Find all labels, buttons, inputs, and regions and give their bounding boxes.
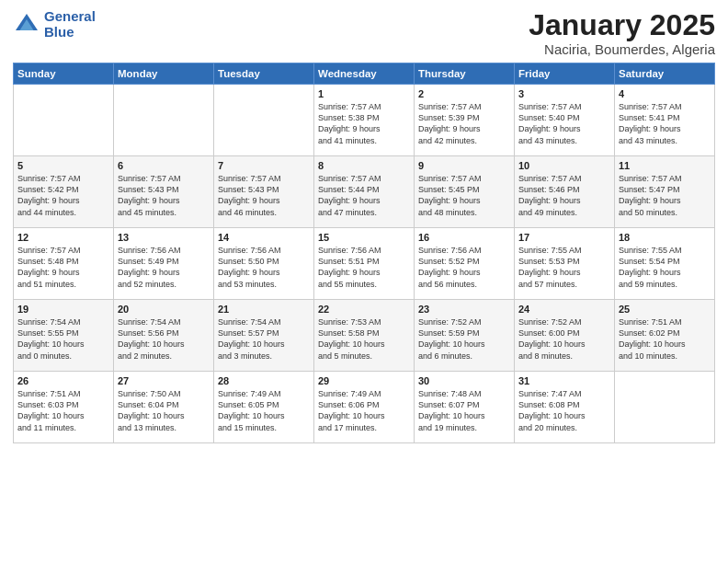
- cell-sun-info: Sunrise: 7:57 AM Sunset: 5:45 PM Dayligh…: [418, 173, 510, 218]
- day-number: 16: [418, 232, 510, 243]
- calendar-cell: 19Sunrise: 7:54 AM Sunset: 5:55 PM Dayli…: [14, 300, 114, 372]
- calendar-cell: 30Sunrise: 7:48 AM Sunset: 6:07 PM Dayli…: [415, 372, 515, 443]
- day-number: 10: [518, 160, 610, 171]
- header-sunday: Sunday: [14, 63, 114, 85]
- calendar-cell: 16Sunrise: 7:56 AM Sunset: 5:52 PM Dayli…: [415, 228, 515, 300]
- calendar-cell: 14Sunrise: 7:56 AM Sunset: 5:50 PM Dayli…: [214, 228, 314, 300]
- calendar-cell: 5Sunrise: 7:57 AM Sunset: 5:42 PM Daylig…: [14, 156, 114, 228]
- day-number: 11: [619, 160, 711, 171]
- cell-sun-info: Sunrise: 7:56 AM Sunset: 5:50 PM Dayligh…: [218, 245, 310, 290]
- calendar-cell: 7Sunrise: 7:57 AM Sunset: 5:43 PM Daylig…: [214, 156, 314, 228]
- calendar-cell: 26Sunrise: 7:51 AM Sunset: 6:03 PM Dayli…: [14, 372, 114, 443]
- calendar-cell: 13Sunrise: 7:56 AM Sunset: 5:49 PM Dayli…: [114, 228, 214, 300]
- cell-sun-info: Sunrise: 7:57 AM Sunset: 5:40 PM Dayligh…: [518, 101, 610, 146]
- calendar-week-1: 1Sunrise: 7:57 AM Sunset: 5:38 PM Daylig…: [14, 85, 715, 156]
- cell-sun-info: Sunrise: 7:55 AM Sunset: 5:53 PM Dayligh…: [518, 245, 610, 290]
- day-number: 13: [118, 232, 210, 243]
- day-number: 15: [318, 232, 410, 243]
- calendar-week-5: 26Sunrise: 7:51 AM Sunset: 6:03 PM Dayli…: [14, 372, 715, 443]
- day-number: 17: [518, 232, 610, 243]
- calendar-cell: 1Sunrise: 7:57 AM Sunset: 5:38 PM Daylig…: [314, 85, 415, 156]
- calendar-table: Sunday Monday Tuesday Wednesday Thursday…: [13, 63, 715, 443]
- title-block: January 2025 Naciria, Boumerdes, Algeria: [529, 9, 715, 57]
- cell-sun-info: Sunrise: 7:52 AM Sunset: 5:59 PM Dayligh…: [418, 316, 510, 362]
- month-title: January 2025: [529, 9, 715, 41]
- day-number: 4: [619, 88, 711, 99]
- cell-sun-info: Sunrise: 7:57 AM Sunset: 5:43 PM Dayligh…: [218, 173, 310, 218]
- calendar-cell: 9Sunrise: 7:57 AM Sunset: 5:45 PM Daylig…: [415, 156, 515, 228]
- cell-sun-info: Sunrise: 7:57 AM Sunset: 5:41 PM Dayligh…: [619, 101, 711, 146]
- calendar-week-2: 5Sunrise: 7:57 AM Sunset: 5:42 PM Daylig…: [14, 156, 715, 228]
- cell-sun-info: Sunrise: 7:54 AM Sunset: 5:56 PM Dayligh…: [118, 316, 210, 362]
- cell-sun-info: Sunrise: 7:57 AM Sunset: 5:38 PM Dayligh…: [318, 101, 410, 146]
- calendar-cell: [114, 85, 214, 156]
- cell-sun-info: Sunrise: 7:56 AM Sunset: 5:52 PM Dayligh…: [418, 245, 510, 290]
- header-thursday: Thursday: [415, 63, 515, 85]
- calendar-cell: 11Sunrise: 7:57 AM Sunset: 5:47 PM Dayli…: [615, 156, 715, 228]
- cell-sun-info: Sunrise: 7:55 AM Sunset: 5:54 PM Dayligh…: [619, 245, 711, 290]
- calendar-cell: [214, 85, 314, 156]
- calendar-cell: 15Sunrise: 7:56 AM Sunset: 5:51 PM Dayli…: [314, 228, 415, 300]
- calendar-cell: 25Sunrise: 7:51 AM Sunset: 6:02 PM Dayli…: [615, 300, 715, 372]
- day-number: 1: [318, 88, 410, 99]
- cell-sun-info: Sunrise: 7:57 AM Sunset: 5:47 PM Dayligh…: [619, 173, 711, 218]
- day-number: 20: [118, 304, 210, 315]
- calendar-cell: 4Sunrise: 7:57 AM Sunset: 5:41 PM Daylig…: [615, 85, 715, 156]
- calendar-cell: 24Sunrise: 7:52 AM Sunset: 6:00 PM Dayli…: [515, 300, 615, 372]
- calendar-week-3: 12Sunrise: 7:57 AM Sunset: 5:48 PM Dayli…: [14, 228, 715, 300]
- calendar-cell: 29Sunrise: 7:49 AM Sunset: 6:06 PM Dayli…: [314, 372, 415, 443]
- calendar-cell: 21Sunrise: 7:54 AM Sunset: 5:57 PM Dayli…: [214, 300, 314, 372]
- day-number: 18: [619, 232, 711, 243]
- day-number: 14: [218, 232, 310, 243]
- calendar-cell: 17Sunrise: 7:55 AM Sunset: 5:53 PM Dayli…: [515, 228, 615, 300]
- cell-sun-info: Sunrise: 7:57 AM Sunset: 5:44 PM Dayligh…: [318, 173, 410, 218]
- calendar-cell: 27Sunrise: 7:50 AM Sunset: 6:04 PM Dayli…: [114, 372, 214, 443]
- logo: General Blue: [13, 9, 96, 40]
- header-wednesday: Wednesday: [314, 63, 415, 85]
- calendar-cell: 31Sunrise: 7:47 AM Sunset: 6:08 PM Dayli…: [515, 372, 615, 443]
- calendar-week-4: 19Sunrise: 7:54 AM Sunset: 5:55 PM Dayli…: [14, 300, 715, 372]
- calendar-cell: 28Sunrise: 7:49 AM Sunset: 6:05 PM Dayli…: [214, 372, 314, 443]
- logo-line1: General: [44, 9, 96, 25]
- calendar-cell: 22Sunrise: 7:53 AM Sunset: 5:58 PM Dayli…: [314, 300, 415, 372]
- day-number: 8: [318, 160, 410, 171]
- cell-sun-info: Sunrise: 7:51 AM Sunset: 6:02 PM Dayligh…: [619, 316, 711, 362]
- header-monday: Monday: [114, 63, 214, 85]
- cell-sun-info: Sunrise: 7:49 AM Sunset: 6:06 PM Dayligh…: [318, 388, 410, 433]
- page-container: General Blue January 2025 Naciria, Boume…: [0, 0, 728, 451]
- calendar-cell: 6Sunrise: 7:57 AM Sunset: 5:43 PM Daylig…: [114, 156, 214, 228]
- cell-sun-info: Sunrise: 7:57 AM Sunset: 5:43 PM Dayligh…: [118, 173, 210, 218]
- day-number: 3: [518, 88, 610, 99]
- logo-line2: Blue: [44, 25, 96, 40]
- day-number: 23: [418, 304, 510, 315]
- cell-sun-info: Sunrise: 7:49 AM Sunset: 6:05 PM Dayligh…: [218, 388, 310, 433]
- day-number: 21: [218, 304, 310, 315]
- day-number: 9: [418, 160, 510, 171]
- cell-sun-info: Sunrise: 7:56 AM Sunset: 5:51 PM Dayligh…: [318, 245, 410, 290]
- day-number: 30: [418, 375, 510, 386]
- cell-sun-info: Sunrise: 7:47 AM Sunset: 6:08 PM Dayligh…: [518, 388, 610, 433]
- cell-sun-info: Sunrise: 7:57 AM Sunset: 5:42 PM Dayligh…: [17, 173, 109, 218]
- cell-sun-info: Sunrise: 7:50 AM Sunset: 6:04 PM Dayligh…: [118, 388, 210, 433]
- day-number: 6: [118, 160, 210, 171]
- cell-sun-info: Sunrise: 7:57 AM Sunset: 5:39 PM Dayligh…: [418, 101, 510, 146]
- cell-sun-info: Sunrise: 7:48 AM Sunset: 6:07 PM Dayligh…: [418, 388, 510, 433]
- cell-sun-info: Sunrise: 7:54 AM Sunset: 5:57 PM Dayligh…: [218, 316, 310, 362]
- calendar-cell: 10Sunrise: 7:57 AM Sunset: 5:46 PM Dayli…: [515, 156, 615, 228]
- logo-text: General Blue: [44, 9, 96, 40]
- day-number: 12: [17, 232, 109, 243]
- calendar-cell: 3Sunrise: 7:57 AM Sunset: 5:40 PM Daylig…: [515, 85, 615, 156]
- calendar-cell: [615, 372, 715, 443]
- day-number: 25: [619, 304, 711, 315]
- header-tuesday: Tuesday: [214, 63, 314, 85]
- calendar-cell: 8Sunrise: 7:57 AM Sunset: 5:44 PM Daylig…: [314, 156, 415, 228]
- calendar-cell: 20Sunrise: 7:54 AM Sunset: 5:56 PM Dayli…: [114, 300, 214, 372]
- day-number: 2: [418, 88, 510, 99]
- day-number: 19: [17, 304, 109, 315]
- day-number: 28: [218, 375, 310, 386]
- day-number: 7: [218, 160, 310, 171]
- calendar-cell: [14, 85, 114, 156]
- cell-sun-info: Sunrise: 7:53 AM Sunset: 5:58 PM Dayligh…: [318, 316, 410, 362]
- logo-icon: [13, 11, 40, 39]
- cell-sun-info: Sunrise: 7:56 AM Sunset: 5:49 PM Dayligh…: [118, 245, 210, 290]
